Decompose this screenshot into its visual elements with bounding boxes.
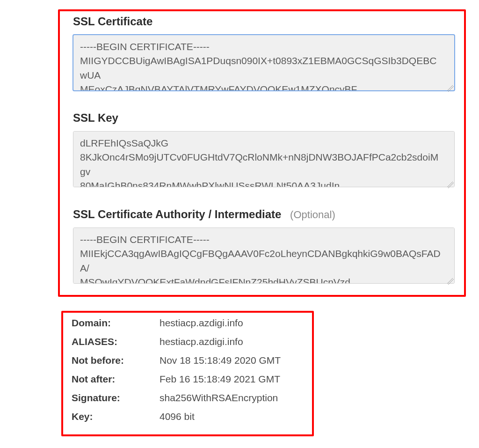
detail-label: ALIASES: (72, 336, 160, 347)
detail-value: hestiacp.azdigi.info (160, 336, 243, 347)
detail-row-signature: Signature: sha256WithRSAEncryption (72, 392, 305, 404)
detail-label: Key: (72, 411, 160, 422)
ssl-certificate-section: SSL Certificate (73, 15, 455, 93)
detail-value: Feb 16 15:18:49 2021 GMT (160, 374, 280, 385)
ssl-key-label: SSL Key (73, 111, 455, 125)
ssl-input-group: SSL Certificate SSL Key SSL Certificate … (58, 9, 466, 297)
ssl-key-section: SSL Key (73, 111, 455, 189)
detail-value: Nov 18 15:18:49 2020 GMT (160, 355, 281, 366)
detail-label: Domain: (72, 317, 160, 329)
ssl-key-input[interactable] (73, 131, 455, 187)
detail-row-not-before: Not before: Nov 18 15:18:49 2020 GMT (72, 355, 305, 366)
ssl-ca-optional: (Optional) (290, 209, 335, 220)
detail-label: Not after: (72, 374, 160, 385)
detail-value: sha256WithRSAEncryption (160, 392, 278, 404)
ssl-certificate-input[interactable] (73, 35, 455, 91)
detail-row-domain: Domain: hestiacp.azdigi.info (72, 317, 305, 329)
detail-label: Not before: (72, 355, 160, 366)
ssl-ca-label: SSL Certificate Authority / Intermediate… (73, 208, 455, 221)
ssl-ca-label-text: SSL Certificate Authority / Intermediate (73, 208, 281, 220)
detail-value: hestiacp.azdigi.info (160, 317, 243, 329)
detail-label: Signature: (72, 392, 160, 404)
ssl-certificate-label: SSL Certificate (73, 15, 455, 28)
detail-row-not-after: Not after: Feb 16 15:18:49 2021 GMT (72, 374, 305, 385)
ssl-ca-input[interactable] (73, 228, 455, 284)
ssl-ca-section: SSL Certificate Authority / Intermediate… (73, 208, 455, 286)
detail-value: 4096 bit (160, 411, 195, 422)
ssl-details-table: Domain: hestiacp.azdigi.info ALIASES: he… (61, 311, 314, 436)
detail-row-aliases: ALIASES: hestiacp.azdigi.info (72, 336, 305, 347)
detail-row-key: Key: 4096 bit (72, 411, 305, 422)
